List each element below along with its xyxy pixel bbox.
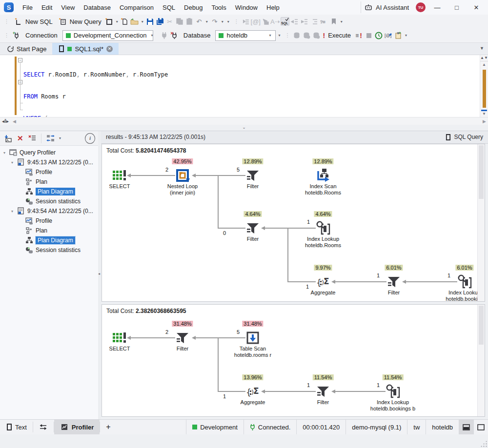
paste-template-icon[interactable] — [394, 31, 403, 40]
indent-icon[interactable] — [300, 17, 309, 26]
database-name[interactable]: hoteldb — [426, 420, 459, 434]
info-icon[interactable]: i — [85, 133, 95, 144]
tab-close-icon[interactable]: ✕ — [106, 46, 113, 52]
select-object-icon[interactable] — [261, 17, 270, 26]
new-connection-icon[interactable]: + — [12, 31, 20, 40]
collapse-arrow-icon[interactable]: ◂ — [98, 272, 100, 276]
plan-node-index-lookup-rooms[interactable]: 4.64% Index Lookup hoteldb.Rooms — [294, 220, 352, 249]
scroll-left-arrow[interactable]: ◀ — [11, 119, 18, 124]
save-profiling-result-icon[interactable] — [3, 133, 13, 144]
menu-database[interactable]: Database — [80, 1, 115, 14]
plan-node-table-scan[interactable]: 31.48% Table Scan hoteldb.rooms r — [224, 330, 282, 358]
delete-result-icon[interactable]: ✕ — [15, 133, 25, 144]
db-tool-icon-3[interactable] — [312, 31, 321, 40]
toolbar-overflow-chevron[interactable]: ▾ — [339, 19, 344, 24]
save-icon[interactable] — [146, 17, 155, 26]
plan-node-filter-1[interactable]: 12.89% Filter — [224, 168, 282, 190]
clear-results-icon[interactable] — [27, 133, 38, 144]
format-list-icon[interactable] — [242, 17, 250, 26]
redo-icon[interactable]: ↷ — [210, 17, 219, 26]
plan-node-filter-2[interactable]: 11.54% Filter — [294, 384, 352, 406]
fold-collapse-box[interactable]: − — [18, 58, 22, 62]
edit-mail-template-icon[interactable]: [@] — [384, 31, 393, 40]
tab-sql1[interactable]: SQL1.sql* ✕ — [52, 43, 119, 55]
chevron-down-icon[interactable]: ▾ — [10, 209, 15, 214]
menu-sql[interactable]: SQL — [159, 1, 179, 14]
tree-item-session-stats-2[interactable]: Session statistics — [0, 245, 98, 255]
new-window-dropdown[interactable]: ▾ — [115, 19, 120, 24]
execute-toolbar-grip[interactable]: ⋮ — [283, 32, 291, 39]
pane-splitter-icon[interactable]: ◂‖▸ — [0, 118, 11, 124]
compare-results-icon[interactable] — [45, 133, 56, 144]
full-layout-button[interactable] — [473, 420, 488, 434]
disconnect-icon[interactable]: ✕ — [170, 31, 179, 40]
tree-item-session-stats-1[interactable]: Session statistics — [0, 196, 98, 206]
execution-time[interactable]: 00:00:01.420 — [296, 420, 346, 434]
plan-node-select[interactable]: SELECT — [102, 168, 149, 190]
editor-results-splitter[interactable]: ⌄ — [0, 125, 488, 131]
outdent-icon[interactable] — [290, 17, 299, 26]
plan-node-aggregate[interactable]: 9.97% {)Σ Aggregate — [294, 274, 352, 296]
tree-item-query-profiler[interactable]: ▾ Query Profiler — [0, 148, 98, 157]
user-name[interactable]: tw — [407, 420, 426, 434]
user-avatar[interactable]: TU — [416, 2, 426, 12]
connection-toolbar-grip[interactable]: ⋮ — [2, 32, 11, 39]
stop-icon[interactable] — [365, 31, 373, 40]
scrollbar-thumb[interactable] — [479, 306, 484, 345]
environment-indicator[interactable]: Development — [186, 420, 244, 434]
connection-select[interactable]: Development_Connection ▾ — [62, 30, 153, 41]
plan-diagram-1[interactable]: Total Cost: 5.82041474654378 2 5 0 1 1 1… — [102, 144, 485, 302]
ai-assistant-button[interactable]: AI Assistant — [361, 1, 412, 13]
scroll-up-arrow[interactable]: ▲ — [480, 61, 488, 68]
increase-indent-icon[interactable] — [310, 17, 319, 26]
menu-tools[interactable]: Tools — [207, 1, 230, 14]
database-select[interactable]: hoteldb ▾ — [215, 30, 276, 41]
at-sign-icon[interactable]: [@] — [251, 17, 260, 26]
chevron-down-icon[interactable]: ▾ — [10, 160, 15, 165]
compare-dropdown[interactable]: ▾ — [58, 136, 62, 140]
new-sql-button[interactable]: * New SQL — [12, 16, 55, 27]
server-name[interactable]: demo-mysql (9.1) — [346, 420, 407, 434]
bookmark-icon[interactable] — [329, 17, 338, 26]
undo-dropdown[interactable]: ▾ — [204, 19, 209, 24]
db-tool-icon-1[interactable] — [292, 31, 301, 40]
new-window-icon[interactable]: * — [105, 17, 114, 26]
db-tool-icon-2[interactable] — [302, 31, 311, 40]
plan-diagram-2[interactable]: Total Cost: 2.38260368663595 2 5 1 1 1 S… — [102, 304, 485, 417]
execute-button[interactable]: Execute — [327, 32, 354, 39]
plan-node-filter-3[interactable]: 6.01% Filter — [365, 274, 423, 296]
plan-node-index-lookup[interactable]: 11.54% Index Lookup hoteldb.bookings b — [364, 384, 422, 412]
tab-list-chevron[interactable]: ▼ — [480, 46, 484, 51]
scroll-right-arrow[interactable]: ▶ — [481, 119, 488, 124]
new-file-icon[interactable]: * — [121, 17, 129, 26]
connect-icon[interactable] — [160, 31, 169, 40]
tree-item-profile-1[interactable]: Profile — [0, 167, 98, 177]
editor-vertical-scrollbar[interactable]: ▲▼ ▲ ▼ — [480, 55, 488, 117]
plan-node-filter[interactable]: 31.48% Filter — [153, 330, 212, 352]
toolbar-grip-2[interactable]: ⋮ — [232, 19, 241, 25]
tab-profiler-view[interactable]: Profiler — [54, 420, 100, 434]
connection-status[interactable]: Connected. — [244, 420, 297, 434]
tree-item-plan-diagram-2[interactable]: Plan Diagram — [0, 235, 98, 245]
maximize-button[interactable]: □ — [449, 2, 465, 13]
diagram-scrollbar[interactable] — [477, 305, 485, 416]
plan-node-filter-2[interactable]: 4.64% Filter — [224, 220, 282, 242]
menu-debug[interactable]: Debug — [180, 1, 206, 14]
split-layout-button[interactable] — [459, 420, 473, 434]
toolbar-grip[interactable]: ⋮ — [2, 19, 11, 25]
tree-item-plan-1[interactable]: Plan — [0, 177, 98, 187]
add-view-button[interactable]: + — [100, 420, 116, 434]
menu-view[interactable]: View — [57, 1, 79, 14]
text-case-icon[interactable]: A⇢ — [271, 17, 280, 26]
plan-node-nested-loop[interactable]: 42.95% Nested Loop (inner join) — [153, 168, 212, 196]
tree-item-session-1[interactable]: ▾ 9:45:13 AM 12/22/25 (0... — [0, 157, 98, 167]
query-history-icon[interactable] — [374, 31, 383, 40]
cut-icon[interactable]: ✂ — [165, 17, 174, 26]
open-file-icon[interactable] — [130, 17, 139, 26]
sql-editor[interactable]: − − SELECT r.RoomID, r.RoomNumber, r.Roo… — [0, 55, 488, 117]
swap-view-button[interactable] — [33, 420, 54, 434]
diagram-scrollbar[interactable] — [477, 144, 485, 301]
code-area[interactable]: SELECT r.RoomID, r.RoomNumber, r.RoomTyp… — [23, 55, 480, 117]
copy-icon[interactable] — [175, 17, 184, 26]
plan-node-select[interactable]: SELECT — [102, 330, 149, 352]
